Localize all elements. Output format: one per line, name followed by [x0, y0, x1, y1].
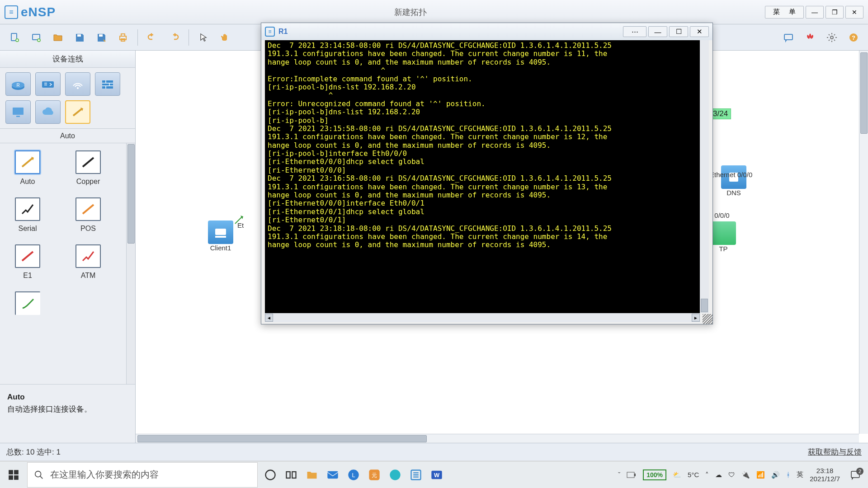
taskbar-apps: L 元 W — [258, 469, 449, 481]
app-teal-icon[interactable] — [389, 469, 401, 481]
weather-icon[interactable]: ⛅ — [673, 471, 681, 479]
device-categories: R — [0, 68, 135, 129]
app-name: eNSP — [21, 5, 56, 19]
search-placeholder: 在这里输入你要搜索的内容 — [50, 469, 159, 481]
power-tray-icon[interactable]: 🔌 — [741, 471, 750, 479]
chat-button[interactable] — [779, 28, 797, 47]
menu-button[interactable]: 菜 单 — [765, 6, 804, 19]
help-button[interactable]: ? — [844, 28, 863, 47]
restore-button[interactable]: ❐ — [826, 6, 844, 19]
svg-rect-31 — [287, 472, 290, 478]
svg-point-10 — [830, 36, 833, 39]
device-auto[interactable]: Auto — [7, 150, 48, 186]
ime-indicator[interactable]: 英 — [797, 470, 803, 479]
device-serial[interactable]: Serial — [7, 197, 48, 233]
device-list-scrollbar[interactable] — [126, 143, 135, 384]
tray-expand-icon[interactable]: ˄ — [705, 471, 709, 479]
huawei-button[interactable] — [801, 28, 819, 47]
canvas-h-scrollbar[interactable] — [136, 434, 859, 443]
terminal-close-button[interactable]: ✕ — [690, 26, 709, 37]
scroll-left-button[interactable]: ◄ — [265, 314, 273, 322]
system-tray: ˇ 100% ⛅ 5°C ˄ ☁ 🛡 🔌 📶 🔊 ᚼ 英 23:18 2021/… — [618, 466, 868, 484]
pan-button[interactable] — [216, 28, 234, 47]
save-button[interactable] — [71, 28, 89, 47]
svg-rect-32 — [292, 472, 296, 478]
wifi-icon[interactable]: 📶 — [756, 471, 765, 479]
svg-rect-9 — [784, 34, 793, 40]
svg-point-17 — [77, 87, 79, 89]
new-topo-button[interactable] — [27, 28, 45, 47]
tray-caret-icon[interactable]: ˇ — [618, 471, 620, 479]
start-button[interactable] — [0, 461, 27, 488]
security-icon[interactable]: 🛡 — [728, 471, 735, 479]
print-button[interactable] — [114, 28, 132, 47]
svg-rect-7 — [121, 34, 125, 36]
category-switch[interactable] — [35, 72, 61, 96]
temperature[interactable]: 5°C — [688, 471, 699, 479]
minimize-button[interactable]: — — [806, 6, 824, 19]
undo-button[interactable] — [143, 28, 161, 47]
status-count: 总数: 10 选中: 1 — [6, 447, 61, 457]
word-icon[interactable]: W — [430, 469, 443, 481]
status-help-link[interactable]: 获取帮助与反馈 — [808, 447, 862, 457]
terminal-content[interactable]: Dec 7 2021 23:14:58-08:00 ri DS/4/DATASY… — [265, 40, 709, 313]
bluetooth-icon[interactable]: ᚼ — [786, 471, 790, 479]
svg-rect-42 — [627, 472, 634, 478]
node-tp[interactable]: TP — [711, 221, 736, 253]
terminal-maximize-button[interactable]: ☐ — [669, 26, 688, 37]
desc-title: Auto — [7, 393, 25, 401]
category-pc[interactable] — [5, 100, 31, 124]
device-extra[interactable] — [7, 291, 48, 315]
new-file-button[interactable] — [5, 28, 24, 47]
terminal-v-scrollbar[interactable] — [700, 40, 709, 313]
device-atm[interactable]: ATM — [68, 244, 108, 280]
device-pos[interactable]: POS — [68, 197, 108, 233]
svg-rect-26 — [14, 470, 19, 474]
pointer-button[interactable] — [194, 28, 212, 47]
battery-indicator[interactable]: 100% — [643, 469, 666, 480]
settings-button[interactable] — [823, 28, 841, 47]
terminal-minimize-button[interactable]: — — [648, 26, 667, 37]
task-view-icon[interactable] — [285, 469, 297, 481]
volume-icon[interactable]: 🔊 — [771, 471, 780, 479]
category-firewall[interactable] — [95, 72, 120, 96]
close-button[interactable]: ✕ — [845, 6, 863, 19]
category-router[interactable]: R — [5, 72, 31, 96]
category-wlan[interactable] — [65, 72, 90, 96]
svg-rect-33 — [327, 471, 338, 478]
terminal-resize-handle[interactable] — [703, 314, 712, 324]
status-bar: 总数: 10 选中: 1 获取帮助与反馈 — [0, 443, 868, 461]
svg-point-30 — [266, 470, 275, 479]
terminal-h-scrollbar[interactable]: ◄ ► — [265, 313, 700, 322]
cortana-icon[interactable] — [264, 469, 277, 481]
node-client1[interactable]: Client1 — [208, 221, 233, 252]
category-cloud[interactable] — [35, 100, 61, 124]
device-e1[interactable]: E1 — [7, 244, 48, 280]
node-label: Client1 — [210, 244, 231, 252]
node-dns[interactable]: .COM DNS — [721, 165, 746, 197]
scroll-right-button[interactable]: ► — [692, 314, 700, 322]
svg-rect-25 — [9, 470, 13, 474]
ensp-taskbar-icon[interactable] — [410, 469, 422, 481]
power-icon[interactable] — [627, 471, 637, 479]
redo-button[interactable] — [165, 28, 183, 47]
terminal-titlebar[interactable]: ≡ R1 ⋯ — ☐ ✕ — [261, 23, 712, 40]
mail-icon[interactable] — [326, 469, 339, 481]
app-orange-icon[interactable]: 元 — [368, 469, 381, 481]
save-as-button[interactable] — [92, 28, 110, 47]
open-button[interactable] — [49, 28, 67, 47]
svg-rect-27 — [9, 475, 13, 480]
svg-text:L: L — [352, 471, 355, 478]
taskbar-search[interactable]: 在这里输入你要搜索的内容 — [27, 462, 258, 488]
app-blue-icon[interactable]: L — [347, 469, 360, 481]
terminal-options-button[interactable]: ⋯ — [623, 26, 646, 37]
explorer-icon[interactable] — [306, 469, 318, 481]
onedrive-icon[interactable]: ☁ — [715, 471, 722, 479]
canvas-v-scrollbar[interactable] — [859, 51, 868, 434]
notifications-button[interactable]: 2 — [846, 466, 864, 484]
svg-text:?: ? — [852, 34, 855, 41]
device-copper[interactable]: Copper — [68, 150, 108, 186]
taskbar-clock[interactable]: 23:18 2021/12/7 — [810, 467, 840, 483]
category-connection[interactable] — [65, 100, 90, 124]
terminal-icon: ≡ — [265, 27, 275, 37]
